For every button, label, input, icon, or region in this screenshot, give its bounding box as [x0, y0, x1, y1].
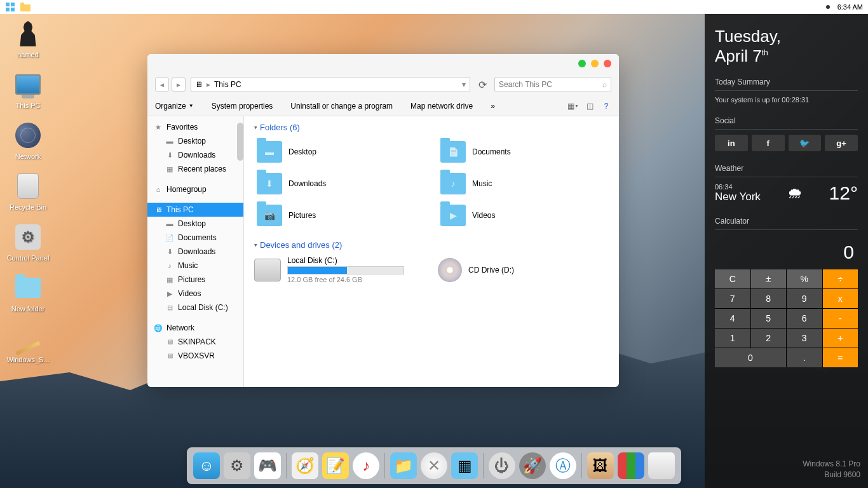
folder-documents[interactable]: 📄Documents: [438, 139, 609, 165]
dock-trash[interactable]: [648, 452, 675, 479]
calc-8[interactable]: 8: [751, 289, 787, 308]
map-drive-button[interactable]: Map network drive: [410, 102, 473, 111]
desktop-icon-windows-shortcut[interactable]: Windows_S...: [5, 324, 51, 363]
drive-local-c[interactable]: Local Disk (C:) 12.0 GB free of 24.6 GB: [254, 256, 425, 283]
search-icon[interactable]: ⌕: [602, 80, 607, 89]
dropdown-icon[interactable]: ▾: [462, 80, 466, 89]
calc-5[interactable]: 5: [751, 309, 787, 328]
sidebar-item-recent[interactable]: ▦Recent places: [147, 162, 243, 176]
linkedin-button[interactable]: in: [715, 135, 748, 151]
folder-pictures[interactable]: 📷Pictures: [254, 202, 425, 229]
folder-downloads[interactable]: ⬇Downloads: [254, 170, 425, 197]
dock-power[interactable]: ⏻: [489, 452, 515, 479]
calc-sign[interactable]: ±: [751, 269, 787, 288]
calc-6[interactable]: 6: [787, 309, 822, 328]
calc-clear[interactable]: C: [715, 269, 750, 288]
sidebar-item-localdisk[interactable]: ⊟Local Disk (C:): [147, 301, 243, 315]
maximize-button[interactable]: [591, 60, 599, 67]
weather-widget[interactable]: 06:34 New York 🌧 12°: [715, 182, 858, 204]
taskbar: 6:34 AM: [0, 0, 868, 14]
search-box[interactable]: ⌕: [494, 77, 611, 92]
help-icon[interactable]: ?: [601, 101, 611, 111]
devices-section-header[interactable]: Devices and drives (2): [254, 240, 609, 250]
folders-section-header[interactable]: Folders (6): [254, 123, 609, 132]
calc-7[interactable]: 7: [715, 289, 750, 308]
calc-percent[interactable]: %: [787, 269, 822, 288]
dock-safari[interactable]: 🧭: [292, 452, 318, 479]
sidebar-item-downloads[interactable]: ⬇Downloads: [147, 245, 243, 259]
preview-pane-icon[interactable]: ◫: [585, 101, 595, 111]
close-button[interactable]: [604, 60, 611, 67]
svg-rect-0: [6, 3, 10, 6]
calc-2[interactable]: 2: [751, 329, 787, 348]
calc-4[interactable]: 4: [715, 309, 750, 328]
sidebar-item-music[interactable]: ♪Music: [147, 259, 243, 273]
forward-button[interactable]: ►: [172, 78, 186, 92]
sidebar-item-documents[interactable]: 📄Documents: [147, 231, 243, 245]
search-input[interactable]: [499, 80, 602, 89]
sidebar-item-pictures[interactable]: ▦Pictures: [147, 273, 243, 287]
googleplus-button[interactable]: g+: [825, 135, 858, 151]
dock-launchpad[interactable]: 🚀: [519, 452, 546, 479]
sidebar-item-skinpack[interactable]: 🖥SKINPACK: [147, 335, 243, 349]
sidebar-item-videos[interactable]: ▶Videos: [147, 287, 243, 301]
desktop-icon-controlpanel[interactable]: ⚙Control Panel: [5, 222, 51, 262]
titlebar[interactable]: [147, 54, 619, 73]
more-button[interactable]: »: [491, 102, 495, 111]
clock[interactable]: 6:34 AM: [837, 3, 863, 11]
folder-videos[interactable]: ▶Videos: [438, 202, 609, 229]
calc-3[interactable]: 3: [787, 329, 822, 348]
folder-desktop[interactable]: ▬Desktop: [254, 139, 425, 165]
organize-menu[interactable]: Organize ▼: [155, 102, 194, 111]
start-button[interactable]: [5, 2, 15, 12]
system-properties-button[interactable]: System properties: [212, 102, 273, 111]
calc-0[interactable]: 0: [715, 348, 786, 367]
scrollbar[interactable]: [237, 123, 243, 161]
desktop-icon-recyclebin[interactable]: Recycle Bin: [5, 172, 51, 211]
dock-apps[interactable]: ▦: [451, 452, 478, 479]
desktop-icon-user[interactable]: hamed: [5, 19, 51, 58]
dock-appstore[interactable]: Ⓐ: [550, 452, 576, 479]
address-bar[interactable]: 🖥 ▸ This PC ▾: [191, 77, 470, 92]
sidebar-homegroup[interactable]: ⌂Homegroup: [147, 182, 243, 196]
desktop-icon-network[interactable]: Network: [5, 121, 51, 160]
sidebar-network[interactable]: 🌐Network: [147, 321, 243, 335]
view-options-icon[interactable]: ▦ ▼: [568, 101, 578, 111]
desktop-icon-thispc[interactable]: This PC: [5, 70, 51, 109]
sidebar-thispc[interactable]: 🖥This PC: [147, 203, 243, 217]
calc-decimal[interactable]: .: [787, 348, 822, 367]
sidebar-item-desktop[interactable]: ▬Desktop: [147, 134, 243, 148]
dock-osx[interactable]: ✕: [421, 452, 447, 479]
sidebar-item-vboxsvr[interactable]: 🖥VBOXSVR: [147, 349, 243, 363]
uninstall-button[interactable]: Uninstall or change a program: [290, 102, 393, 111]
calc-1[interactable]: 1: [715, 329, 750, 348]
dock-folder[interactable]: 📁: [390, 452, 417, 479]
facebook-button[interactable]: f: [752, 135, 785, 151]
drive-cd-d[interactable]: CD Drive (D:): [438, 256, 609, 283]
tray-indicator[interactable]: [826, 5, 830, 9]
explorer-taskbar-icon[interactable]: [20, 2, 31, 12]
dock-settings[interactable]: ⚙: [224, 452, 250, 479]
calc-multiply[interactable]: x: [823, 289, 858, 308]
dock-notes[interactable]: 📝: [322, 452, 349, 479]
twitter-button[interactable]: 🐦: [789, 135, 822, 151]
calc-divide[interactable]: ÷: [823, 269, 858, 288]
dock-gamecenter[interactable]: 🎮: [254, 452, 281, 479]
folder-music[interactable]: ♪Music: [438, 170, 609, 197]
calc-equals[interactable]: =: [823, 348, 858, 367]
sidebar-item-downloads[interactable]: ⬇Downloads: [147, 148, 243, 162]
sidebar-favorites[interactable]: ★Favorites: [147, 120, 243, 134]
refresh-button[interactable]: ⟳: [475, 78, 489, 92]
calc-9[interactable]: 9: [787, 289, 822, 308]
dock-itunes[interactable]: ♪: [353, 452, 379, 479]
calc-plus[interactable]: +: [823, 329, 858, 348]
dock-board[interactable]: [618, 452, 644, 479]
back-button[interactable]: ◄: [155, 78, 169, 92]
dock-finder[interactable]: ☺: [193, 452, 220, 479]
dock-photo[interactable]: 🖼: [587, 452, 614, 479]
calc-minus[interactable]: -: [823, 309, 858, 328]
sidebar-item-desktop[interactable]: ▬Desktop: [147, 217, 243, 231]
minimize-button[interactable]: [578, 60, 586, 67]
desktop-icon-newfolder[interactable]: New folder: [5, 273, 51, 313]
breadcrumb-current[interactable]: This PC: [214, 80, 241, 89]
